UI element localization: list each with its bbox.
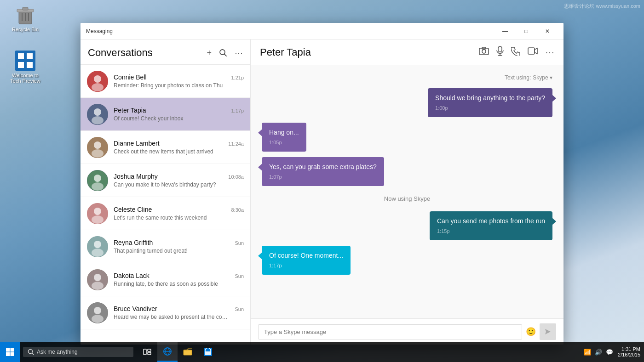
call-button[interactable] xyxy=(511,46,520,58)
conversation-item[interactable]: Bruce Vandiver Sun Heard we may be asked… xyxy=(80,296,250,329)
conversation-name: Bruce Vandiver xyxy=(114,305,157,312)
conversation-avatar xyxy=(87,269,108,290)
microphone-button[interactable] xyxy=(496,46,504,58)
conversation-name: Reyna Griffith xyxy=(114,239,153,246)
taskbar: Ask me anything xyxy=(0,342,644,362)
conversation-avatar xyxy=(87,104,108,125)
send-button[interactable] xyxy=(540,323,556,340)
conversation-preview: Can you make it to Neva's birthday party… xyxy=(114,181,244,188)
message-text: Should we bring anything to the party? xyxy=(435,94,545,103)
svg-point-35 xyxy=(94,307,101,314)
message-input[interactable] xyxy=(258,324,522,339)
conversation-item[interactable]: Dakota Lack Sun Running late, be there a… xyxy=(80,263,250,296)
search-conversations-button[interactable] xyxy=(219,49,227,57)
conversation-item[interactable]: Connie Bell 1:21p Reminder: Bring your p… xyxy=(80,65,250,98)
conversation-item[interactable]: Celeste Cline 8:30a Let's run the same r… xyxy=(80,197,250,230)
message-time: 1:15p xyxy=(437,228,545,235)
message-time: 1:05p xyxy=(269,139,299,146)
svg-point-27 xyxy=(92,215,104,224)
conversation-item[interactable]: Peter Tapia 1:17p Of course! Check your … xyxy=(80,98,250,131)
conversation-avatar xyxy=(87,137,108,158)
conversation-preview: Running late, be there as soon as possib… xyxy=(114,281,244,287)
svg-rect-48 xyxy=(6,352,10,356)
sidebar-actions: + ⋯ xyxy=(207,48,243,58)
conversation-item[interactable]: Joshua Murphy 10:08a Can you make it to … xyxy=(80,164,250,197)
app-window: Messaging — □ ✕ Conversations + xyxy=(80,23,564,345)
conversation-content: Bruce Vandiver Sun Heard we may be asked… xyxy=(114,305,244,320)
svg-point-38 xyxy=(482,50,486,53)
chat-area: Peter Tapia xyxy=(251,40,564,345)
minimize-button[interactable]: — xyxy=(494,24,516,39)
notification-icon[interactable]: 💬 xyxy=(606,349,613,356)
svg-point-30 xyxy=(92,249,104,257)
volume-icon[interactable]: 🔊 xyxy=(595,349,602,356)
conversation-item[interactable]: Reyna Griffith Sun That painting turned … xyxy=(80,230,250,263)
message-bubble: Hang on... 1:05p xyxy=(262,123,306,152)
maximize-button[interactable]: □ xyxy=(516,24,537,39)
conversation-avatar xyxy=(87,203,108,224)
conversation-preview: Reminder: Bring your photos to class on … xyxy=(114,82,244,89)
conversations-title: Conversations xyxy=(88,47,207,59)
conversation-preview: That painting turned out great! xyxy=(114,248,244,254)
svg-point-15 xyxy=(92,83,104,91)
time-display: 1:31 PM xyxy=(618,346,640,352)
search-label: Ask me anything xyxy=(37,349,78,355)
svg-rect-60 xyxy=(205,351,211,355)
svg-point-29 xyxy=(94,241,101,248)
more-options-button[interactable]: ⋯ xyxy=(235,48,243,58)
conversation-content: Joshua Murphy 10:08a Can you make it to … xyxy=(114,173,244,188)
svg-point-24 xyxy=(92,182,104,191)
svg-point-14 xyxy=(94,75,101,83)
taskbar-store-button[interactable] xyxy=(198,342,218,362)
svg-rect-49 xyxy=(11,352,15,356)
message-time: 1:07p xyxy=(269,174,377,181)
conversation-time: Sun xyxy=(235,240,244,246)
conversation-item[interactable]: Dianne Lambert 11:24a Check out the new … xyxy=(80,131,250,164)
svg-rect-47 xyxy=(11,348,15,352)
svg-point-26 xyxy=(94,208,101,215)
start-button[interactable] xyxy=(0,342,20,362)
conversation-time: 11:24a xyxy=(228,141,244,147)
close-button[interactable]: ✕ xyxy=(537,24,558,39)
svg-rect-58 xyxy=(184,350,192,355)
message-text: Can you send me photos from the run xyxy=(437,217,545,226)
conversation-time: 8:30a xyxy=(231,207,244,213)
taskbar-clock[interactable]: 1:31 PM 2/16/2015 xyxy=(618,346,640,357)
chat-more-button[interactable]: ⋯ xyxy=(545,47,554,58)
conversation-content: Connie Bell 1:21p Reminder: Bring your p… xyxy=(114,74,244,89)
taskbar-right: 📶 🔊 💬 1:31 PM 2/16/2015 xyxy=(584,346,644,357)
svg-point-23 xyxy=(94,175,101,182)
conversation-content: Dakota Lack Sun Running late, be there a… xyxy=(114,272,244,287)
conversation-name: Celeste Cline xyxy=(114,206,152,213)
video-call-button[interactable] xyxy=(528,47,538,57)
camera-button[interactable] xyxy=(479,47,489,57)
conversations-list: Connie Bell 1:21p Reminder: Bring your p… xyxy=(80,65,250,345)
conversation-time: Sun xyxy=(235,273,244,279)
message-bubble: Of course! One moment... 1:17p xyxy=(262,246,351,275)
svg-point-32 xyxy=(94,274,101,281)
recycle-bin-icon[interactable]: Recycle Bin xyxy=(7,5,44,32)
task-view-button[interactable] xyxy=(137,342,157,362)
windows-tile[interactable]: Welcome to Tech Preview xyxy=(5,51,46,84)
taskbar-search[interactable]: Ask me anything xyxy=(23,347,133,357)
network-icon[interactable]: 📶 xyxy=(584,349,591,356)
conversation-name: Dakota Lack xyxy=(114,272,150,279)
emoji-button[interactable]: 🙂 xyxy=(526,327,536,337)
add-conversation-button[interactable]: + xyxy=(207,48,212,58)
chat-input-area: 🙂 xyxy=(251,318,564,345)
conversation-name: Connie Bell xyxy=(114,74,147,81)
svg-rect-40 xyxy=(498,46,502,52)
svg-rect-46 xyxy=(6,348,10,352)
taskbar-quick-icons xyxy=(137,342,157,362)
skype-link[interactable]: Skype ▾ xyxy=(533,74,552,81)
svg-point-20 xyxy=(94,141,101,149)
svg-rect-8 xyxy=(27,53,33,59)
taskbar-explorer-button[interactable] xyxy=(178,342,198,362)
conversation-time: 1:21p xyxy=(231,75,244,80)
taskbar-ie-button[interactable] xyxy=(157,342,178,362)
sidebar: Conversations + ⋯ xyxy=(80,40,251,345)
conversation-name: Joshua Murphy xyxy=(114,173,158,180)
conversation-avatar xyxy=(87,236,108,257)
title-bar: Messaging — □ ✕ xyxy=(80,23,564,40)
sidebar-header: Conversations + ⋯ xyxy=(80,40,250,65)
